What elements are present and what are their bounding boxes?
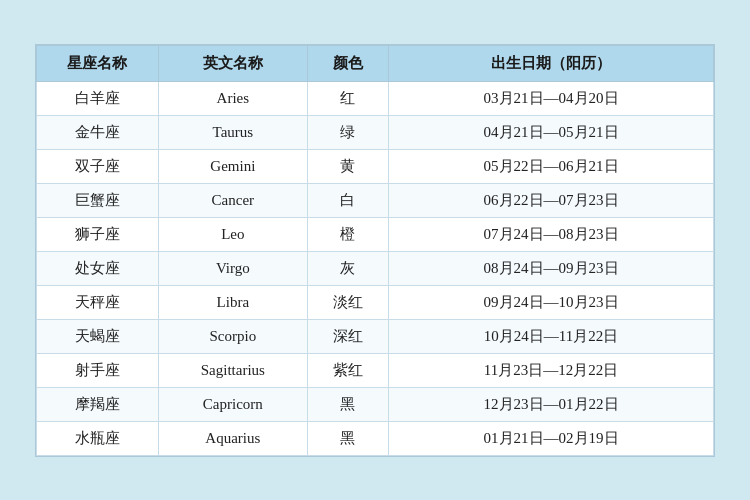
zodiac-table: 星座名称 英文名称 颜色 出生日期（阳历） 白羊座Aries红03月21日—04… xyxy=(36,45,714,456)
cell-en: Aquarius xyxy=(158,421,307,455)
table-row: 射手座Sagittarius紫红11月23日—12月22日 xyxy=(37,353,714,387)
cell-en: Capricorn xyxy=(158,387,307,421)
table-row: 金牛座Taurus绿04月21日—05月21日 xyxy=(37,115,714,149)
cell-date: 08月24日—09月23日 xyxy=(389,251,714,285)
table-row: 巨蟹座Cancer白06月22日—07月23日 xyxy=(37,183,714,217)
cell-cn: 射手座 xyxy=(37,353,159,387)
header-date: 出生日期（阳历） xyxy=(389,45,714,81)
cell-date: 07月24日—08月23日 xyxy=(389,217,714,251)
cell-date: 01月21日—02月19日 xyxy=(389,421,714,455)
cell-en: Gemini xyxy=(158,149,307,183)
cell-date: 05月22日—06月21日 xyxy=(389,149,714,183)
cell-cn: 摩羯座 xyxy=(37,387,159,421)
cell-date: 03月21日—04月20日 xyxy=(389,81,714,115)
cell-en: Libra xyxy=(158,285,307,319)
cell-en: Sagittarius xyxy=(158,353,307,387)
header-en: 英文名称 xyxy=(158,45,307,81)
cell-en: Leo xyxy=(158,217,307,251)
table-row: 白羊座Aries红03月21日—04月20日 xyxy=(37,81,714,115)
table-row: 双子座Gemini黄05月22日—06月21日 xyxy=(37,149,714,183)
cell-date: 10月24日—11月22日 xyxy=(389,319,714,353)
cell-cn: 白羊座 xyxy=(37,81,159,115)
cell-date: 12月23日—01月22日 xyxy=(389,387,714,421)
table-row: 摩羯座Capricorn黑12月23日—01月22日 xyxy=(37,387,714,421)
table-row: 处女座Virgo灰08月24日—09月23日 xyxy=(37,251,714,285)
cell-cn: 巨蟹座 xyxy=(37,183,159,217)
table-row: 狮子座Leo橙07月24日—08月23日 xyxy=(37,217,714,251)
cell-cn: 双子座 xyxy=(37,149,159,183)
cell-date: 09月24日—10月23日 xyxy=(389,285,714,319)
cell-cn: 金牛座 xyxy=(37,115,159,149)
cell-color: 黄 xyxy=(307,149,388,183)
cell-color: 深红 xyxy=(307,319,388,353)
cell-cn: 天蝎座 xyxy=(37,319,159,353)
cell-cn: 天秤座 xyxy=(37,285,159,319)
cell-en: Scorpio xyxy=(158,319,307,353)
cell-cn: 狮子座 xyxy=(37,217,159,251)
cell-color: 黑 xyxy=(307,421,388,455)
cell-en: Cancer xyxy=(158,183,307,217)
cell-en: Virgo xyxy=(158,251,307,285)
cell-cn: 水瓶座 xyxy=(37,421,159,455)
cell-color: 淡红 xyxy=(307,285,388,319)
cell-color: 白 xyxy=(307,183,388,217)
header-color: 颜色 xyxy=(307,45,388,81)
zodiac-table-wrapper: 星座名称 英文名称 颜色 出生日期（阳历） 白羊座Aries红03月21日—04… xyxy=(35,44,715,457)
table-header-row: 星座名称 英文名称 颜色 出生日期（阳历） xyxy=(37,45,714,81)
cell-color: 红 xyxy=(307,81,388,115)
cell-date: 06月22日—07月23日 xyxy=(389,183,714,217)
header-cn: 星座名称 xyxy=(37,45,159,81)
table-row: 天蝎座Scorpio深红10月24日—11月22日 xyxy=(37,319,714,353)
cell-date: 11月23日—12月22日 xyxy=(389,353,714,387)
table-row: 天秤座Libra淡红09月24日—10月23日 xyxy=(37,285,714,319)
cell-color: 橙 xyxy=(307,217,388,251)
cell-en: Aries xyxy=(158,81,307,115)
cell-color: 灰 xyxy=(307,251,388,285)
table-row: 水瓶座Aquarius黑01月21日—02月19日 xyxy=(37,421,714,455)
cell-cn: 处女座 xyxy=(37,251,159,285)
cell-color: 紫红 xyxy=(307,353,388,387)
cell-date: 04月21日—05月21日 xyxy=(389,115,714,149)
cell-color: 绿 xyxy=(307,115,388,149)
cell-color: 黑 xyxy=(307,387,388,421)
cell-en: Taurus xyxy=(158,115,307,149)
